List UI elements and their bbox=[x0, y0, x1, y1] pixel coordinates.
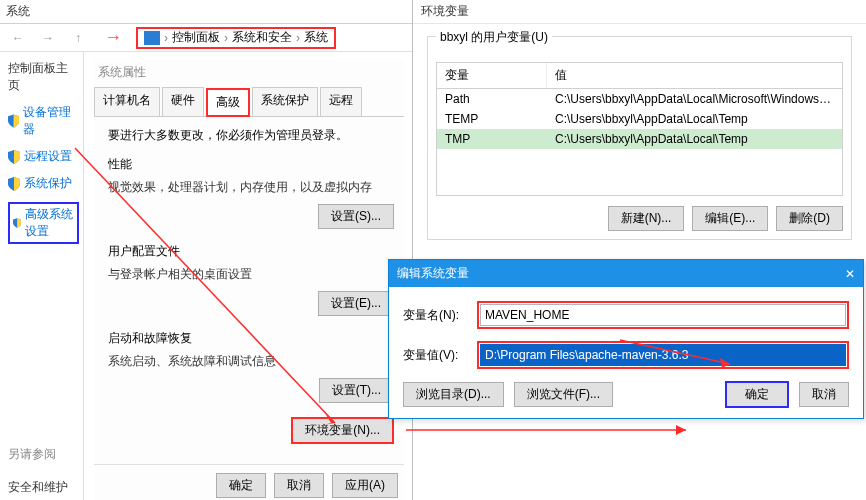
user-vars-group: bbxyl 的用户变量(U) 变量 值 Path C:\Users\bbxyl\… bbox=[427, 36, 852, 240]
var-name-field: 变量名(N): bbox=[403, 301, 849, 329]
browse-dir-button[interactable]: 浏览目录(D)... bbox=[403, 382, 504, 407]
user-delete-button[interactable]: 删除(D) bbox=[776, 206, 843, 231]
perf-settings-button[interactable]: 设置(S)... bbox=[318, 204, 394, 229]
panel-title: 系统属性 bbox=[94, 60, 404, 87]
ok-button[interactable]: 确定 bbox=[216, 473, 266, 498]
chevron-right-icon: › bbox=[164, 31, 168, 45]
profile-label: 用户配置文件 bbox=[108, 243, 394, 260]
sidebar-system-protection[interactable]: 系统保护 bbox=[8, 175, 79, 192]
var-value-label: 变量值(V): bbox=[403, 347, 467, 364]
back-button[interactable]: ← bbox=[6, 26, 30, 50]
shield-icon bbox=[8, 150, 20, 164]
perf-desc: 视觉效果，处理器计划，内存使用，以及虚拟内存 bbox=[108, 179, 394, 196]
tab-protection[interactable]: 系统保护 bbox=[252, 87, 318, 116]
var-value-input[interactable] bbox=[480, 344, 846, 366]
env-vars-window: 环境变量 bbxyl 的用户变量(U) 变量 值 Path C:\Users\b… bbox=[412, 0, 866, 500]
th-variable[interactable]: 变量 bbox=[437, 63, 547, 88]
apply-button[interactable]: 应用(A) bbox=[332, 473, 398, 498]
user-vars-label: bbxyl 的用户变量(U) bbox=[436, 29, 552, 46]
var-name-label: 变量名(N): bbox=[403, 307, 467, 324]
chevron-right-icon: › bbox=[224, 31, 228, 45]
env-titlebar: 环境变量 bbox=[413, 0, 866, 24]
annotation-arrow-icon: → bbox=[104, 27, 122, 48]
dialog-title-text: 编辑系统变量 bbox=[397, 265, 469, 282]
startup-label: 启动和故障恢复 bbox=[108, 330, 394, 347]
tab-computer-name[interactable]: 计算机名 bbox=[94, 87, 160, 116]
crumb-system-security[interactable]: 系统和安全 bbox=[232, 29, 292, 46]
shield-icon bbox=[8, 177, 20, 191]
admin-note: 要进行大多数更改，你必须作为管理员登录。 bbox=[108, 127, 394, 144]
shield-icon bbox=[13, 216, 21, 230]
see-also-label: 另请参阅 bbox=[8, 446, 79, 463]
sidebar-device-manager[interactable]: 设备管理器 bbox=[8, 104, 79, 138]
tab-advanced[interactable]: 高级 bbox=[206, 88, 250, 117]
breadcrumb[interactable]: › 控制面板 › 系统和安全 › 系统 bbox=[136, 27, 336, 49]
tab-remote[interactable]: 远程 bbox=[320, 87, 362, 116]
chevron-right-icon: › bbox=[296, 31, 300, 45]
table-row[interactable]: TMP C:\Users\bbxyl\AppData\Local\Temp bbox=[437, 129, 842, 149]
table-row[interactable]: Path C:\Users\bbxyl\AppData\Local\Micros… bbox=[437, 89, 842, 109]
edit-variable-dialog: 编辑系统变量 ✕ 变量名(N): 变量值(V): 浏览目录(D)... 浏览文件… bbox=[388, 259, 864, 419]
table-row[interactable]: TEMP C:\Users\bbxyl\AppData\Local\Temp bbox=[437, 109, 842, 129]
forward-button[interactable]: → bbox=[36, 26, 60, 50]
tab-hardware[interactable]: 硬件 bbox=[162, 87, 204, 116]
system-properties-panel: 系统属性 计算机名 硬件 高级 系统保护 远程 要进行大多数更改，你必须作为管理… bbox=[94, 60, 404, 500]
user-vars-table[interactable]: 变量 值 Path C:\Users\bbxyl\AppData\Local\M… bbox=[436, 62, 843, 196]
close-icon[interactable]: ✕ bbox=[845, 267, 855, 281]
cancel-button[interactable]: 取消 bbox=[274, 473, 324, 498]
dialog-ok-button[interactable]: 确定 bbox=[725, 381, 789, 408]
var-name-input[interactable] bbox=[480, 304, 846, 326]
sidebar-remote-settings[interactable]: 远程设置 bbox=[8, 148, 79, 165]
profile-desc: 与登录帐户相关的桌面设置 bbox=[108, 266, 394, 283]
sidebar-security-maintenance[interactable]: 安全和维护 bbox=[8, 479, 79, 496]
user-edit-button[interactable]: 编辑(E)... bbox=[692, 206, 768, 231]
tabs: 计算机名 硬件 高级 系统保护 远程 bbox=[94, 87, 404, 117]
perf-label: 性能 bbox=[108, 156, 394, 173]
shield-icon bbox=[8, 114, 19, 128]
startup-settings-button[interactable]: 设置(T)... bbox=[319, 378, 394, 403]
browse-file-button[interactable]: 浏览文件(F)... bbox=[514, 382, 613, 407]
env-vars-button[interactable]: 环境变量(N)... bbox=[291, 417, 394, 444]
sidebar-home[interactable]: 控制面板主页 bbox=[8, 60, 79, 94]
th-value[interactable]: 值 bbox=[547, 63, 842, 88]
profile-settings-button[interactable]: 设置(E)... bbox=[318, 291, 394, 316]
control-panel-icon bbox=[144, 31, 160, 45]
crumb-system[interactable]: 系统 bbox=[304, 29, 328, 46]
sidebar: 控制面板主页 设备管理器 远程设置 系统保护 高级系统设置 另请参阅 安全和维护 bbox=[0, 52, 84, 500]
up-button[interactable]: ↑ bbox=[66, 26, 90, 50]
user-new-button[interactable]: 新建(N)... bbox=[608, 206, 685, 231]
window-title: 系统 bbox=[6, 3, 30, 20]
crumb-control-panel[interactable]: 控制面板 bbox=[172, 29, 220, 46]
sidebar-advanced-settings[interactable]: 高级系统设置 bbox=[8, 202, 79, 244]
startup-desc: 系统启动、系统故障和调试信息 bbox=[108, 353, 394, 370]
dialog-titlebar[interactable]: 编辑系统变量 ✕ bbox=[389, 260, 863, 287]
env-title-text: 环境变量 bbox=[421, 3, 469, 20]
dialog-cancel-button[interactable]: 取消 bbox=[799, 382, 849, 407]
var-value-field: 变量值(V): bbox=[403, 341, 849, 369]
